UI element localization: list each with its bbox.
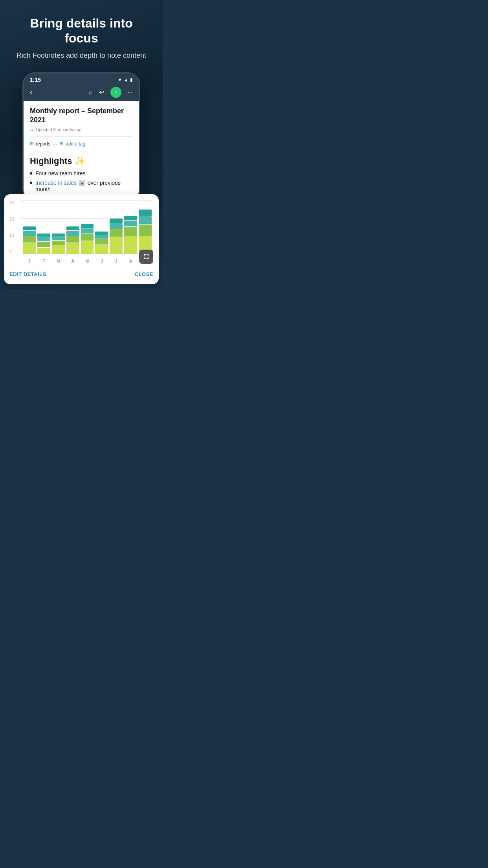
bar-segment-2-0 (52, 234, 65, 235)
tag-icon: ⊞ (30, 141, 33, 146)
highlights-heading: Highlights ✨ (30, 156, 133, 166)
tag-reports[interactable]: reports (36, 141, 50, 147)
bullet-text-2: Increase in sales over previous month (35, 180, 133, 192)
bar-segment-4-3 (81, 241, 94, 254)
signal-icon: ▲ (124, 77, 128, 83)
sync-button[interactable]: ✓ (110, 87, 121, 98)
status-time: 1:15 (30, 77, 41, 83)
bar-segment-0-0 (23, 226, 36, 230)
bar-group-6 (110, 200, 123, 254)
chart-area: 30 20 10 0 JFMAMJJAS (9, 200, 153, 263)
note-tags: ⊞ reports ··· ⊞ add a tag (30, 141, 133, 147)
page-subtitle: Rich Footnotes add depth to note content (12, 51, 151, 61)
bars-container (21, 200, 153, 254)
bar-segment-2-1 (52, 236, 65, 241)
bar-segment-6-1 (110, 223, 123, 229)
chart-footer: EDIT DETAILS CLOSE (9, 267, 153, 279)
close-button[interactable]: CLOSE (135, 270, 153, 279)
status-icons: ▼ ▲ ▮ (117, 77, 133, 83)
bar-segment-3-2 (66, 236, 79, 243)
edit-details-button[interactable]: EDIT DETAILS (9, 270, 46, 279)
wifi-icon: ▼ (117, 77, 122, 83)
bar-segment-7-3 (124, 236, 137, 254)
note-content: Monthly report – September 2021 ☁ Update… (24, 101, 139, 201)
bar-group-0 (23, 200, 36, 254)
bar-segment-8-1 (139, 216, 152, 224)
more-icon[interactable]: ··· (128, 89, 133, 96)
battery-icon: ▮ (130, 77, 133, 83)
bar-segment-4-1 (81, 228, 94, 234)
bar-segment-5-1 (95, 235, 108, 239)
cloud-icon: ☁ (30, 127, 34, 132)
bar-segment-6-2 (110, 229, 123, 236)
bar-segment-7-2 (124, 227, 137, 236)
bar-segment-7-1 (124, 221, 137, 226)
add-tag-button[interactable]: add a tag (66, 141, 85, 147)
chart-popup: 30 20 10 0 JFMAMJJAS EDIT DETAILS CLOSE (4, 194, 159, 284)
bar-segment-2-2 (52, 241, 65, 245)
y-label-10: 10 (9, 233, 14, 237)
undo-icon[interactable]: ↩ (99, 88, 104, 96)
bullet-item-2: Increase in sales over previous month (30, 180, 133, 192)
bar-segment-1-2 (37, 242, 50, 247)
bar-segment-3-1 (66, 231, 79, 236)
bar-segment-1-3 (37, 248, 50, 254)
bar-group-2 (52, 200, 65, 254)
bar-segment-5-3 (95, 245, 108, 254)
bar-segment-6-0 (110, 219, 123, 223)
add-tag-icon: ⊞ (60, 141, 63, 146)
bar-segment-8-2 (139, 225, 152, 236)
bar-group-4 (81, 200, 94, 254)
bar-group-7 (124, 200, 137, 254)
bar-segment-8-0 (139, 210, 152, 216)
x-label-j-0: J (23, 259, 36, 263)
note-title: Monthly report – September 2021 (30, 107, 133, 125)
bar-segment-5-2 (95, 239, 108, 245)
bullet-item-1: Four new team hires (30, 170, 133, 177)
y-label-30: 30 (9, 200, 14, 205)
bar-segment-0-3 (23, 243, 36, 254)
grid-line-0 (21, 254, 153, 254)
phone-mockup: 1:15 ▼ ▲ ▮ ‹ ⌕ ↩ ✓ ··· Monthly rep (0, 72, 163, 202)
bullet-dot-2 (30, 182, 32, 184)
page-title: Bring details into focus (12, 16, 151, 46)
bar-segment-4-2 (81, 234, 94, 241)
y-label-0: 0 (9, 250, 14, 254)
expand-icon (143, 254, 149, 260)
x-label-a-3: A (66, 259, 79, 263)
expand-button[interactable] (139, 250, 153, 264)
bar-segment-6-3 (110, 237, 123, 254)
search-icon[interactable]: ⌕ (89, 89, 93, 96)
x-labels: JFMAMJJAS (21, 259, 153, 263)
divider-2 (30, 151, 133, 151)
status-bar: 1:15 ▼ ▲ ▮ (24, 74, 139, 85)
x-label-j-6: J (110, 259, 123, 263)
increase-in-sales-link[interactable]: Increase in sales (35, 180, 77, 186)
bar-segment-3-0 (66, 226, 79, 230)
divider-1 (30, 136, 133, 137)
bar-segment-1-0 (37, 234, 50, 237)
x-label-m-2: M (52, 259, 65, 263)
inline-image-icon (79, 180, 85, 186)
bar-segment-1-1 (37, 237, 50, 241)
bullet-dot-1 (30, 172, 32, 175)
chart-y-labels: 30 20 10 0 (9, 200, 14, 254)
bar-segment-2-3 (52, 245, 65, 254)
bar-segment-3-3 (66, 243, 79, 254)
bar-group-3 (66, 200, 79, 254)
y-label-20: 20 (9, 217, 14, 221)
bar-segment-4-0 (81, 224, 94, 228)
back-button[interactable]: ‹ (30, 88, 33, 97)
bullet-text-1: Four new team hires (35, 170, 86, 177)
x-label-j-5: J (95, 259, 108, 263)
phone-toolbar: ‹ ⌕ ↩ ✓ ··· (24, 85, 139, 101)
note-updated: ☁ Updated 5 seconds ago (30, 127, 133, 132)
bar-segment-5-0 (95, 232, 108, 235)
tag-separator: ··· (53, 141, 57, 147)
bar-group-1 (37, 200, 50, 254)
bar-segment-7-0 (124, 216, 137, 220)
bar-segment-0-2 (23, 236, 36, 243)
bar-group-5 (95, 200, 108, 254)
x-label-f-1: F (37, 259, 50, 263)
bar-segment-0-1 (23, 231, 36, 236)
